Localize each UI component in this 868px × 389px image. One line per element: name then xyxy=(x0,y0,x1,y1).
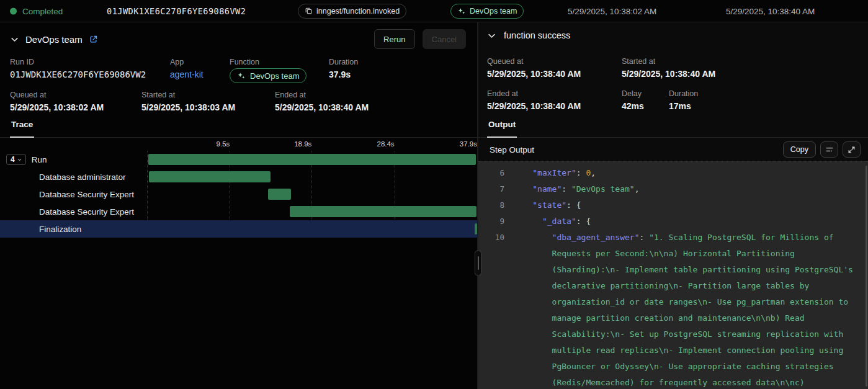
step-tabs: Output xyxy=(478,118,868,138)
trace-row-chart xyxy=(147,168,477,186)
function-badge-topbar[interactable]: DevOps team xyxy=(450,4,524,19)
topbar: Completed 01JWDK1XE6C270F6YE69086VW2 inn… xyxy=(0,0,868,22)
code-line: 9"_data": { xyxy=(478,213,868,230)
event-badge[interactable]: inngest/function.invoked xyxy=(298,4,406,19)
trace-row-label: Database Security Expert xyxy=(0,186,147,203)
trace-span-bar[interactable] xyxy=(268,189,291,200)
trace-row-label: Finalization xyxy=(0,220,147,238)
expand-icon xyxy=(848,146,856,154)
trace-row-chart xyxy=(147,203,477,220)
trace-row[interactable]: Database Security Expert xyxy=(0,203,477,220)
tab-output[interactable]: Output xyxy=(487,118,517,138)
collapse-chevron-icon[interactable] xyxy=(10,35,19,44)
field-queued-at: Queued at 5/29/2025, 10:38:40 AM xyxy=(487,57,581,79)
step-output-header: Step Output Copy xyxy=(478,138,868,161)
sparkles-icon xyxy=(457,7,466,16)
topbar-end-time: 5/29/2025, 10:38:40 AM xyxy=(726,6,815,16)
trace-span-bar[interactable] xyxy=(149,171,271,182)
sparkles-icon xyxy=(237,71,246,80)
run-title: DevOps team xyxy=(25,34,83,45)
trace-axis: 9.5s18.9s28.4s37.9s xyxy=(0,138,477,151)
trace-row-chart xyxy=(147,151,477,168)
wrap-text-icon xyxy=(825,145,834,154)
code-scrollbar[interactable] xyxy=(866,166,867,387)
rerun-button[interactable]: Rerun xyxy=(374,29,414,49)
span-count-dropdown[interactable]: 4 xyxy=(6,154,26,165)
wrap-text-button[interactable] xyxy=(820,141,838,158)
external-link-icon[interactable] xyxy=(89,35,98,44)
code-line: 7"name": "DevOps team", xyxy=(478,181,868,197)
copy-button[interactable]: Copy xyxy=(783,141,816,158)
topbar-run-id: 01JWDK1XE6C270F6YE69086VW2 xyxy=(107,6,246,16)
code-line-number: 9 xyxy=(478,213,504,230)
trace-row[interactable]: Database Security Expert xyxy=(0,186,477,203)
field-queued-at: Queued at 5/29/2025, 10:38:02 AM xyxy=(10,91,104,112)
field-duration: Duration 37.9s xyxy=(329,58,358,79)
field-function: Function DevOps team xyxy=(230,58,306,83)
chevron-down-icon xyxy=(17,157,22,163)
step-output-title: Step Output xyxy=(490,145,534,154)
step-details-panel: function success Queued at 5/29/2025, 10… xyxy=(478,22,868,389)
step-output-code: 6"maxIter": 0,7"name": "DevOps team",8"s… xyxy=(478,161,868,389)
trace-row-chart xyxy=(147,220,477,238)
field-ended-at: Ended at 5/29/2025, 10:38:40 AM xyxy=(275,91,369,112)
code-lines: 6"maxIter": 0,7"name": "DevOps team",8"s… xyxy=(478,165,868,389)
trace-row[interactable]: Finalization xyxy=(0,220,477,238)
trace-axis-tick: 28.4s xyxy=(377,140,394,148)
field-run-id: Run ID 01JWDK1XE6C270F6YE69086VW2 xyxy=(10,58,146,79)
code-line: 6"maxIter": 0, xyxy=(478,165,868,181)
field-started-at: Started at 5/29/2025, 10:38:40 AM xyxy=(622,57,715,79)
tab-trace[interactable]: Trace xyxy=(10,118,34,138)
panel-divider xyxy=(477,22,478,389)
code-line-content: "_data": { xyxy=(513,213,856,230)
trace-axis-tick: 9.5s xyxy=(217,140,230,148)
trace-rows: 4RunDatabase administratorDatabase Secur… xyxy=(0,151,477,238)
run-status: Completed xyxy=(10,6,63,16)
code-line-number: 8 xyxy=(478,197,504,213)
trace-row-chart xyxy=(147,186,477,203)
trace-axis-tick: 37.9s xyxy=(460,140,477,148)
collapse-chevron-icon[interactable] xyxy=(487,31,496,40)
code-line-number: 10 xyxy=(478,230,504,246)
trace-span-bar[interactable] xyxy=(290,206,477,217)
trace-axis-tick: 18.9s xyxy=(294,140,311,148)
event-icon xyxy=(305,7,313,15)
field-delay: Delay 42ms xyxy=(622,89,644,111)
status-label: Completed xyxy=(22,6,63,16)
code-line-content: "maxIter": 0, xyxy=(513,165,856,181)
code-line: 10"dba_agent_answer": "1. Scaling Postgr… xyxy=(478,230,868,389)
function-badge[interactable]: DevOps team xyxy=(230,68,306,83)
run-details-panel: DevOps team Rerun Cancel Run ID 01JWDK1X… xyxy=(0,22,477,389)
code-line-content: "name": "DevOps team", xyxy=(513,181,856,197)
cancel-button[interactable]: Cancel xyxy=(423,29,466,49)
trace-row-label: Database Security Expert xyxy=(0,203,147,220)
expand-button[interactable] xyxy=(843,141,861,158)
code-line-content: "state": { xyxy=(513,197,856,213)
trace-waterfall: 9.5s18.9s28.4s37.9s 4RunDatabase adminis… xyxy=(0,138,477,389)
code-line-content: "dba_agent_answer": "1. Scaling PostgreS… xyxy=(513,230,856,389)
code-line-number: 6 xyxy=(478,165,504,181)
trace-span-bar[interactable] xyxy=(148,154,477,165)
field-duration: Duration 17ms xyxy=(669,89,698,111)
trace-row[interactable]: Database administrator xyxy=(0,168,477,186)
code-line: 8"state": { xyxy=(478,197,868,213)
trace-row-label: Database administrator xyxy=(0,168,147,186)
panel-resize-handle[interactable] xyxy=(475,250,481,276)
app-link[interactable]: agent-kit xyxy=(170,69,204,79)
run-tabs: Trace xyxy=(0,118,477,138)
field-started-at: Started at 5/29/2025, 10:38:03 AM xyxy=(141,91,235,112)
step-title: function success xyxy=(504,30,570,40)
code-line-number: 7 xyxy=(478,181,504,197)
field-ended-at: Ended at 5/29/2025, 10:38:40 AM xyxy=(487,89,581,111)
topbar-start-time: 5/29/2025, 10:38:02 AM xyxy=(568,6,656,16)
status-dot-icon xyxy=(10,7,17,14)
trace-row-label: 4Run xyxy=(0,151,147,168)
field-app: App agent-kit xyxy=(170,58,204,79)
trace-row[interactable]: 4Run xyxy=(0,151,477,168)
